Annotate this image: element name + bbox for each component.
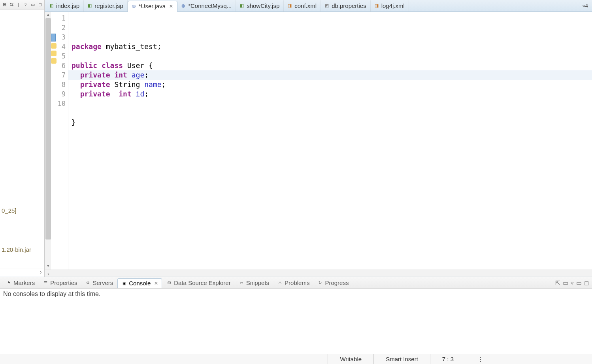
view-menu-icon[interactable]: ▿	[571, 279, 574, 287]
console-output: No consoles to display at this time.	[0, 289, 592, 354]
snippets-icon: ✂	[239, 280, 244, 286]
editor-hscrollbar[interactable]: ‹	[45, 270, 592, 277]
code-line[interactable]	[72, 108, 589, 118]
minimize-icon[interactable]: ▭	[30, 2, 36, 8]
tab-user-java[interactable]: ◍ *User.java ✕	[128, 1, 177, 12]
editor-gutter: 12345678910	[51, 12, 68, 270]
status-bar: Writable Smart Insert 7 : 3 ⋮	[0, 354, 592, 364]
code-line[interactable]: public class User {	[72, 61, 589, 70]
close-view-icon[interactable]: ✕	[154, 281, 158, 286]
scroll-right-icon[interactable]: ›	[37, 268, 44, 277]
line-number: 10	[51, 99, 68, 108]
maximize-icon[interactable]: ◻	[37, 2, 43, 8]
collapse-all-icon[interactable]: ⊟	[2, 2, 7, 8]
java-file-icon: ◍	[181, 3, 186, 9]
tab-connectmysql[interactable]: ◍ *ConnectMysq...	[177, 0, 236, 11]
display-console-icon[interactable]: ▭	[563, 279, 568, 287]
tree-item[interactable]: 1.20-bin.jar	[0, 245, 44, 254]
view-menu-icon[interactable]: ▿	[23, 2, 28, 8]
properties-file-icon: ◩	[324, 3, 330, 9]
scroll-up-icon[interactable]: ▴	[45, 12, 51, 18]
btab-label: Markers	[13, 279, 35, 286]
code-line[interactable]: package mybatis_test;	[72, 42, 589, 51]
tab-properties[interactable]: ☰ Properties	[39, 278, 81, 287]
close-tab-icon[interactable]: ✕	[169, 4, 173, 9]
code-line[interactable]: }	[72, 118, 589, 127]
scroll-down-icon[interactable]: ▾	[45, 263, 51, 270]
data-source-icon: ⛁	[166, 280, 172, 286]
warning-marker-icon	[51, 51, 57, 56]
tab-overflow-button[interactable]: »4	[579, 3, 592, 9]
code-line[interactable]: private int id;	[72, 89, 589, 99]
tab-label: *User.java	[139, 3, 166, 9]
jsp-file-icon: ◧	[239, 3, 245, 9]
xml-file-icon: ◨	[287, 3, 292, 9]
status-insert-mode: Smart Insert	[373, 354, 430, 364]
tab-index-jsp[interactable]: ◧ index.jsp	[45, 0, 84, 11]
btab-label: Snippets	[246, 279, 269, 286]
servers-icon: ⚙	[85, 280, 91, 286]
bottom-tabbar: ⚑ Markers ☰ Properties ⚙ Servers ▣ Conso…	[0, 277, 592, 289]
tab-log4j-xml[interactable]: ◨ log4j.xml	[371, 0, 409, 11]
vscroll-thumb[interactable]	[45, 18, 51, 240]
tab-db-properties[interactable]: ◩ db.properties	[321, 0, 371, 11]
separator: |	[16, 2, 21, 8]
maximize-view-icon[interactable]: ◻	[584, 279, 589, 287]
explorer-tree[interactable]: 0_25] 1.20-bin.jar r] ›	[0, 9, 44, 277]
btab-label: Servers	[93, 279, 113, 286]
tab-label: *ConnectMysq...	[188, 2, 232, 9]
code-line[interactable]: private int age;	[72, 70, 589, 80]
scroll-left-icon[interactable]: ‹	[45, 270, 52, 277]
code-line[interactable]	[72, 51, 589, 61]
explorer-toolbar: ⊟ ⇆ | ▿ ▭ ◻	[0, 0, 44, 9]
pin-console-icon[interactable]: ⇱	[555, 279, 560, 287]
code-editor[interactable]: package mybatis_test;public class User {…	[68, 12, 592, 270]
warning-marker-icon	[51, 43, 57, 49]
tab-progress[interactable]: ↻ Progress	[314, 278, 352, 287]
line-number: 9	[51, 89, 68, 99]
problems-icon: ⚠	[277, 280, 283, 286]
tab-problems[interactable]: ⚠ Problems	[273, 278, 313, 287]
tab-markers[interactable]: ⚑ Markers	[2, 278, 38, 287]
tab-label: conf.xml	[294, 2, 317, 9]
tab-showcity-jsp[interactable]: ◧ showCity.jsp	[236, 0, 284, 11]
status-cursor-position: 7 : 3	[430, 354, 466, 364]
tab-console[interactable]: ▣ Console ✕	[117, 278, 162, 288]
editor-tabbar: ◧ index.jsp ◧ register.jsp ◍ *User.java …	[45, 0, 592, 12]
minimize-view-icon[interactable]: ▭	[576, 279, 582, 287]
tab-servers[interactable]: ⚙ Servers	[82, 278, 117, 287]
console-icon: ▣	[121, 281, 127, 286]
jsp-file-icon: ◧	[87, 3, 92, 9]
tab-label: register.jsp	[94, 2, 123, 9]
progress-icon: ↻	[317, 280, 323, 286]
xml-file-icon: ◨	[374, 3, 379, 9]
class-marker-icon	[51, 34, 56, 41]
code-line[interactable]: private String name;	[72, 80, 589, 89]
btab-label: Progress	[325, 279, 349, 286]
link-editor-icon[interactable]: ⇆	[9, 2, 14, 8]
status-handle-icon: ⋮	[466, 354, 489, 364]
code-line[interactable]	[72, 99, 589, 108]
jsp-file-icon: ◧	[49, 3, 54, 9]
btab-label: Data Source Explorer	[174, 279, 230, 286]
warning-marker-icon	[51, 58, 57, 64]
code-line[interactable]	[72, 127, 589, 137]
markers-icon: ⚑	[6, 280, 11, 286]
tab-snippets[interactable]: ✂ Snippets	[235, 278, 273, 287]
tree-item[interactable]: 0_25]	[0, 206, 44, 215]
tab-register-jsp[interactable]: ◧ register.jsp	[84, 0, 128, 11]
editor-vscrollbar[interactable]: ▴ ▾	[45, 12, 51, 270]
tab-conf-xml[interactable]: ◨ conf.xml	[284, 0, 321, 11]
btab-label: Problems	[285, 279, 309, 286]
overflow-count: 4	[585, 3, 588, 9]
tab-label: showCity.jsp	[247, 2, 279, 9]
tab-label: db.properties	[332, 2, 366, 9]
tab-label: log4j.xml	[381, 2, 405, 9]
explorer-hscroll[interactable]: ›	[0, 268, 44, 277]
line-number: 7	[51, 70, 68, 80]
btab-label: Properties	[50, 279, 77, 286]
tab-label: index.jsp	[56, 2, 79, 9]
tab-data-source-explorer[interactable]: ⛁ Data Source Explorer	[163, 278, 234, 287]
line-number: 8	[51, 80, 68, 89]
project-explorer-view: ⊟ ⇆ | ▿ ▭ ◻ 0_25] 1.20-bin.jar r] ›	[0, 0, 45, 277]
